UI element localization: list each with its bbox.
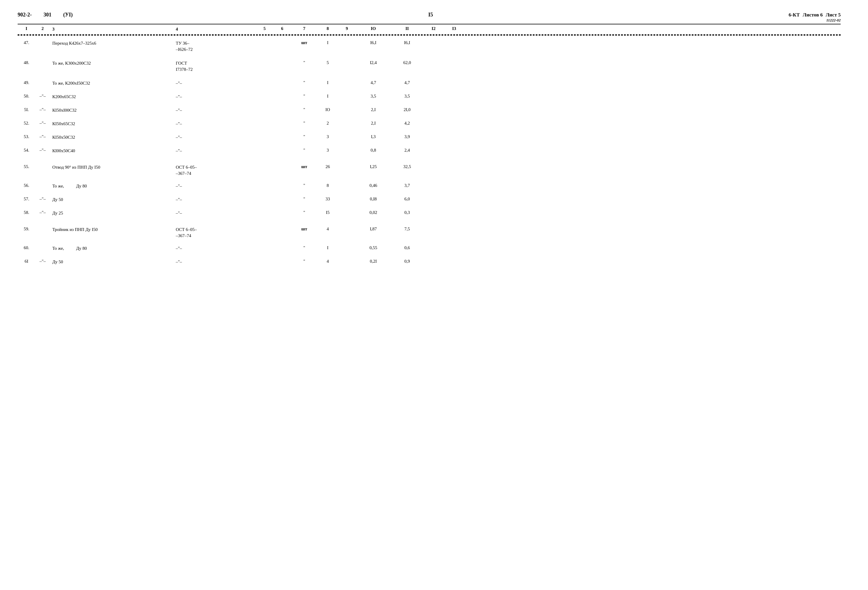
row-mass2: 4,2 <box>391 119 423 127</box>
row-c9 <box>338 257 356 261</box>
row-qty: IO <box>317 105 338 114</box>
row-name: Ду 25 <box>50 208 173 218</box>
table-row: 56. То же, Ду 80 –"– " 8 0,46 3,7 <box>18 181 841 192</box>
row-name: Ду 50 <box>50 257 173 267</box>
row-spec: –"– <box>173 119 256 129</box>
col-hdr-10: IO <box>356 24 391 33</box>
row-c12 <box>423 162 444 166</box>
row-mass1: 0,2I <box>356 257 391 266</box>
row-c5 <box>256 257 273 261</box>
row-c6 <box>273 92 291 96</box>
row-c5 <box>256 243 273 247</box>
col-header-row: I 2 3 4 5 6 7 8 9 IO II I2 I3 <box>18 24 841 35</box>
row-mass2: 62,0 <box>391 59 423 67</box>
row-unit: " <box>291 105 317 114</box>
row-mass2: 0,6 <box>391 243 423 252</box>
kt-label: 6-КТ <box>789 12 800 18</box>
row-mass2: 0,9 <box>391 257 423 266</box>
row-c9 <box>338 78 356 82</box>
row-mass2: I6,I <box>391 38 423 47</box>
row-num: 59. <box>18 225 35 233</box>
row-mass1: I,25 <box>356 162 391 171</box>
row-unit: " <box>291 243 317 252</box>
row-unit: " <box>291 133 317 141</box>
col-hdr-11: II <box>391 24 423 33</box>
row-mass2: 4,7 <box>391 78 423 87</box>
row-dash: –"– <box>35 133 50 141</box>
row-spec: –"– <box>173 105 256 115</box>
row-spec: –"– <box>173 257 256 267</box>
sheet-info: 6-КТ Листов 6 Лист 5 <box>789 12 841 18</box>
row-qty: I <box>317 78 338 87</box>
row-spacer <box>18 156 841 162</box>
sheets-label: Листов 6 <box>803 12 823 18</box>
row-name: Ду 50 <box>50 195 173 205</box>
row-c6 <box>273 119 291 122</box>
table-row: 58. –"– Ду 25 –"– " I5 0,02 0,3 <box>18 208 841 219</box>
row-spec: ТУ 36––I626–72 <box>173 38 256 55</box>
row-dash: –"– <box>35 195 50 204</box>
row-dash <box>35 38 50 42</box>
col-hdr-13: I3 <box>444 24 464 33</box>
table-row: 53. –"– КI50х50С32 –"– " 3 I,3 3,9 <box>18 133 841 143</box>
table-row: 59. Тройник из ПНП Ду I50 ОСТ 6–05––367–… <box>18 225 841 240</box>
row-c12 <box>423 92 444 96</box>
row-num: 47. <box>18 38 35 47</box>
row-mass2: 32,5 <box>391 162 423 171</box>
row-mass1: I,87 <box>356 225 391 233</box>
row-c13 <box>444 208 464 212</box>
row-c12 <box>423 243 444 247</box>
row-unit: " <box>291 208 317 217</box>
row-dash <box>35 225 50 228</box>
row-unit: " <box>291 195 317 204</box>
row-mass1: 0,8 <box>356 146 391 155</box>
table-row: 5I. –"– КI50хI00С32 –"– " IO 2,I 2I,0 <box>18 105 841 116</box>
table-row: 47. Переход К426х7–325х6 ТУ 36––I626–72 … <box>18 38 841 55</box>
row-num: 53. <box>18 133 35 141</box>
row-num: 48. <box>18 59 35 67</box>
row-c6 <box>273 59 291 62</box>
row-unit: " <box>291 257 317 266</box>
row-num: 58. <box>18 208 35 217</box>
row-c9 <box>338 225 356 228</box>
row-c5 <box>256 208 273 212</box>
row-c5 <box>256 105 273 109</box>
row-unit: " <box>291 119 317 127</box>
row-unit: шт <box>291 162 317 171</box>
row-name: КI00х50С40 <box>50 146 173 156</box>
row-name: Отвод 90° из ПНП Ду I50 <box>50 162 173 172</box>
row-dash: –"– <box>35 92 50 100</box>
row-c13 <box>444 146 464 150</box>
row-c6 <box>273 225 291 228</box>
sheet-label: Лист 5 <box>826 12 841 18</box>
row-c6 <box>273 105 291 109</box>
row-qty: I <box>317 92 338 100</box>
row-c6 <box>273 243 291 247</box>
row-c5 <box>256 146 273 150</box>
row-name: То же, К200хI50С32 <box>50 78 173 88</box>
document-header: 902-2-301 (УI) I5 6-КТ Листов 6 Лист 5 1… <box>18 12 841 23</box>
document-page: 902-2-301 (УI) I5 6-КТ Листов 6 Лист 5 1… <box>18 12 841 268</box>
row-c13 <box>444 257 464 261</box>
row-dash <box>35 59 50 62</box>
row-c5 <box>256 92 273 96</box>
row-num: 57. <box>18 195 35 204</box>
row-spec: ОСТ 6–05––367–74 <box>173 162 256 178</box>
row-name: То же, К300х200С32 <box>50 59 173 68</box>
row-qty: I5 <box>317 208 338 217</box>
row-name: Тройник из ПНП Ду I50 <box>50 225 173 235</box>
row-mass2: 2,4 <box>391 146 423 155</box>
row-dash <box>35 162 50 166</box>
row-c6 <box>273 208 291 212</box>
data-table: 47. Переход К426х7–325х6 ТУ 36––I626–72 … <box>18 38 841 268</box>
row-num: 55. <box>18 162 35 171</box>
row-mass2: 6,0 <box>391 195 423 204</box>
row-c13 <box>444 225 464 228</box>
col-hdr-4: 4 <box>173 24 256 34</box>
row-name: То же, Ду 80 <box>50 243 173 253</box>
row-c5 <box>256 119 273 122</box>
row-unit: " <box>291 78 317 87</box>
row-qty: 26 <box>317 162 338 171</box>
row-spec: –"– <box>173 243 256 253</box>
row-mass2: 3,7 <box>391 181 423 190</box>
